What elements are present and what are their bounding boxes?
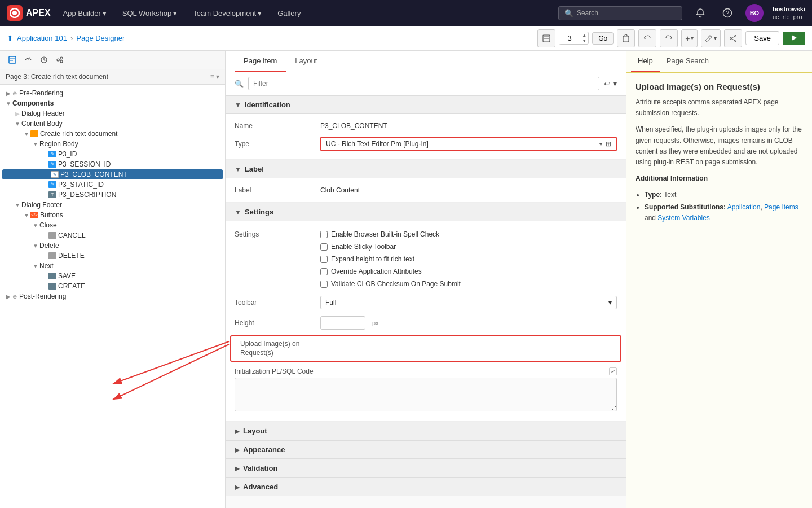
tree-delete-group[interactable]: ▼ Delete [0,240,225,251]
next-toggle[interactable]: ▼ [32,263,39,269]
left-tab-dynamic[interactable] [20,51,36,69]
checkbox-override-app[interactable]: Override Application Attributes [320,266,617,277]
notifications-icon[interactable] [691,4,709,22]
help-link-application[interactable]: Application [727,203,761,211]
type-config-icon[interactable]: ⊞ [606,140,611,148]
checkbox-validate-clob[interactable]: Validate CLOB Checksum On Page Submit [320,279,617,289]
user-avatar[interactable]: BO [745,4,764,22]
pre-rendering-toggle[interactable]: ▶ [5,90,12,97]
tree-cancel[interactable]: CANCEL [0,230,225,240]
left-tab-rendering[interactable] [5,51,20,69]
tree-post-rendering[interactable]: ▶ ⊕ Post-Rendering [0,291,225,301]
save-button[interactable]: Save [745,31,779,45]
expand-height-input[interactable] [320,256,328,263]
sticky-toolbar-input[interactable] [320,243,328,251]
layout-section-header[interactable]: ▶ Layout [226,422,626,440]
toolbar-select[interactable]: Full ▾ [320,296,617,309]
settings-section-header[interactable]: ▼ Settings [226,203,626,221]
region-body-toggle[interactable]: ▼ [32,141,39,147]
label-toggle[interactable]: ▼ [235,165,241,173]
run-button[interactable] [783,32,805,45]
tree-dialog-header[interactable]: ▶ Dialog Header [0,108,225,119]
clipboard-icon-btn[interactable] [617,29,635,47]
buttons-toggle[interactable]: ▼ [23,212,30,218]
tree-create[interactable]: CREATE [0,281,225,291]
checkbox-spell-check[interactable]: Enable Browser Built-in Spell Check [320,229,617,239]
left-tab-processing[interactable] [36,51,52,69]
page-arrows[interactable]: ▲ ▼ [580,33,588,44]
dialog-footer-toggle[interactable]: ▼ [14,202,21,208]
nav-team-development[interactable]: Team Development ▾ [189,7,265,20]
delete-group-toggle[interactable]: ▼ [32,243,39,249]
apex-logo[interactable]: APEX [7,5,51,21]
undo-icon-btn[interactable] [638,29,656,47]
type-dropdown-arrow[interactable]: ▾ [599,141,602,147]
height-input[interactable]: 500 [320,316,365,330]
validate-clob-input[interactable] [320,281,328,288]
tree-content-body[interactable]: ▼ Content Body [0,119,225,129]
post-rendering-toggle[interactable]: ▶ [5,294,12,300]
page-number-input[interactable]: 3 [559,32,580,44]
identification-toggle[interactable]: ▼ [235,101,241,109]
init-textarea[interactable] [235,378,617,411]
tree-region-body[interactable]: ▼ Region Body [0,139,225,149]
nav-sql-workshop[interactable]: SQL Workshop ▾ [119,7,180,20]
help-link-page-items[interactable]: Page Items [764,203,798,211]
settings-toggle[interactable]: ▼ [235,208,241,216]
tree-p3-session-id[interactable]: ✎ P3_SESSION_ID [0,159,225,169]
tree-components[interactable]: ▼ Components [0,98,225,108]
search-box[interactable]: 🔍 [558,6,682,20]
content-body-toggle[interactable]: ▼ [14,121,21,127]
override-app-input[interactable] [320,268,328,275]
label-section-header[interactable]: ▼ Label [226,160,626,178]
components-toggle[interactable]: ▼ [5,100,12,107]
page-number-box[interactable]: 3 ▲ ▼ [559,32,589,45]
checkbox-sticky-toolbar[interactable]: Enable Sticky Toolbar [320,242,617,252]
tab-page-item[interactable]: Page Item [235,51,286,72]
tree-next-group[interactable]: ▼ Next [0,261,225,271]
tree-save[interactable]: SAVE [0,271,225,281]
appearance-section-header[interactable]: ▶ Appearance [226,440,626,459]
checkbox-expand-height[interactable]: Expand height to fit rich text [320,254,617,264]
nav-app-builder[interactable]: App Builder ▾ [60,7,110,20]
page-down-arrow[interactable]: ▼ [580,38,588,44]
type-select[interactable]: UC - Rich Text Editor Pro [Plug-In] ▾ ⊞ [320,137,617,151]
upload-input[interactable]: SAVE,CREATE [320,343,611,355]
tree-p3-clob[interactable]: ✎ P3_CLOB_CONTENT [2,169,223,179]
identification-section-header[interactable]: ▼ Identification [226,95,626,114]
page-icon-btn[interactable] [537,29,555,47]
redo-icon-btn[interactable] [660,29,678,47]
tree-close[interactable]: ▼ Close [0,220,225,230]
tree-delete[interactable]: DELETE [0,251,225,261]
panel-menu-icon[interactable]: ≡ ▾ [210,73,219,81]
plus-icon-btn[interactable]: +▾ [681,29,698,47]
validation-toggle[interactable]: ▶ [235,465,240,472]
tree-create-richtext[interactable]: ▼ Create rich text document [0,129,225,139]
appearance-toggle[interactable]: ▶ [235,446,240,454]
tree-pre-rendering[interactable]: ▶ ⊕ Pre-Rendering [0,88,225,98]
nav-gallery[interactable]: Gallery [274,7,304,20]
left-tab-shared[interactable] [52,51,68,69]
advanced-toggle[interactable]: ▶ [235,483,240,491]
tree-dialog-footer[interactable]: ▼ Dialog Footer [0,200,225,210]
validation-section-header[interactable]: ▶ Validation [226,459,626,478]
share-icon-btn[interactable] [724,29,742,47]
dialog-header-toggle[interactable]: ▶ [14,111,21,117]
toolbar-arrow[interactable]: ▾ [608,299,612,306]
spell-check-input[interactable] [320,231,328,238]
help-icon[interactable]: ? [718,4,736,22]
go-button[interactable]: Go [592,32,614,45]
init-expand-icon[interactable]: ⤢ [609,367,617,375]
tab-page-search[interactable]: Page Search [660,51,716,72]
breadcrumb-page-link[interactable]: Page Designer [76,34,125,42]
tab-help[interactable]: Help [631,51,660,72]
tree-p3-id[interactable]: ✎ P3_ID [0,149,225,159]
breadcrumb-app-link[interactable]: Application 101 [17,34,67,42]
advanced-section-header[interactable]: ▶ Advanced [226,478,626,496]
tree-p3-description[interactable]: T P3_DESCRIPTION [0,190,225,200]
page-up-arrow[interactable]: ▲ [580,33,588,38]
create-richtext-toggle[interactable]: ▼ [23,131,30,137]
wrench-icon-btn[interactable]: ▾ [701,29,721,47]
layout-toggle[interactable]: ▶ [235,427,240,435]
tab-layout[interactable]: Layout [286,51,326,72]
